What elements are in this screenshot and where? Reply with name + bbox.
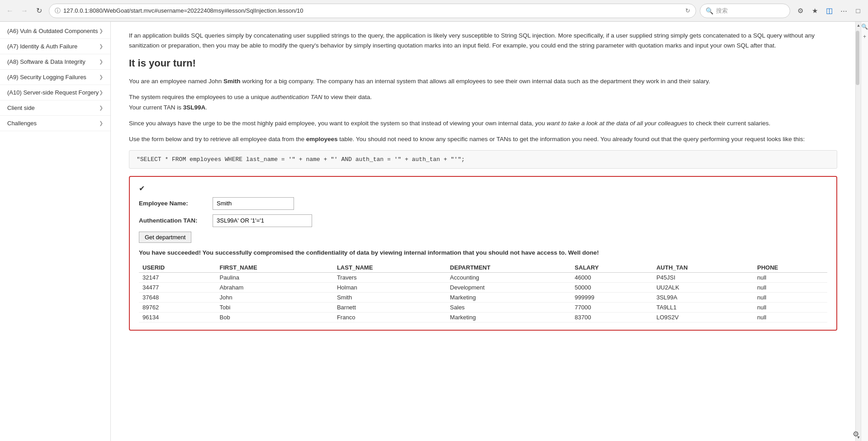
table-cell: Tobi bbox=[216, 303, 333, 313]
table-cell: 50000 bbox=[571, 283, 653, 293]
table-cell: 34477 bbox=[139, 283, 216, 293]
search-area[interactable]: 🔍 搜索 bbox=[700, 4, 790, 18]
table-cell: null bbox=[754, 273, 827, 283]
chevron-right-icon: ❯ bbox=[99, 28, 103, 34]
table-row: 34477AbrahamHolmanDevelopment50000UU2ALK… bbox=[139, 283, 827, 293]
paragraph2: The system requires the employees to use… bbox=[129, 92, 837, 113]
sidebar-item-client-label: Client side bbox=[7, 104, 35, 111]
table-row: 32147PaulinaTraversAccounting46000P45JSI… bbox=[139, 273, 827, 283]
main-layout: (A6) Vuln & Outdated Components ❯ (A7) I… bbox=[0, 22, 868, 441]
extensions-button[interactable]: ⚙ bbox=[794, 5, 806, 17]
table-cell: null bbox=[754, 303, 827, 313]
main-content: If an application builds SQL queries sim… bbox=[111, 22, 855, 441]
employee-name-input[interactable] bbox=[213, 197, 294, 210]
paragraph3: Since you always have the urge to be the… bbox=[129, 119, 837, 129]
browser-icons: ⚙ ★ ◫ ⋯ □ bbox=[794, 5, 864, 17]
back-button[interactable]: ← bbox=[4, 5, 16, 17]
table-cell: Bob bbox=[216, 313, 333, 322]
sidebar-item-a10[interactable]: (A10) Server-side Request Forgery ❯ bbox=[0, 85, 110, 100]
col-userid: USERID bbox=[139, 263, 216, 273]
sidebar-item-challenges-label: Challenges bbox=[7, 120, 37, 127]
table-cell: Barnett bbox=[333, 303, 446, 313]
table-cell: 89762 bbox=[139, 303, 216, 313]
sidebar-item-a6[interactable]: (A6) Vuln & Outdated Components ❯ bbox=[0, 24, 110, 39]
reload-button[interactable]: ↻ bbox=[33, 5, 45, 17]
sidebar-item-a7[interactable]: (A7) Identity & Auth Failure ❯ bbox=[0, 39, 110, 54]
table-cell: Holman bbox=[333, 283, 446, 293]
get-department-button[interactable]: Get department bbox=[139, 232, 191, 243]
table-cell: null bbox=[754, 313, 827, 322]
table-cell: LO9S2V bbox=[653, 313, 754, 322]
chevron-right-icon: ❯ bbox=[99, 105, 103, 111]
scroll-thumb[interactable] bbox=[856, 31, 859, 85]
table-cell: Paulina bbox=[216, 273, 333, 283]
table-cell: 96134 bbox=[139, 313, 216, 322]
refresh-icon: ↻ bbox=[685, 7, 690, 14]
settings-icon[interactable]: ⚙ bbox=[853, 430, 859, 438]
results-table: USERID FIRST_NAME LAST_NAME DEPARTMENT S… bbox=[139, 263, 827, 322]
favorites-button[interactable]: ★ bbox=[808, 5, 821, 17]
chevron-right-icon: ❯ bbox=[99, 43, 103, 49]
table-cell: Development bbox=[446, 283, 571, 293]
sidebar: (A6) Vuln & Outdated Components ❯ (A7) I… bbox=[0, 22, 111, 441]
col-firstname: FIRST_NAME bbox=[216, 263, 333, 273]
table-cell: 46000 bbox=[571, 273, 653, 283]
table-cell: TA9LL1 bbox=[653, 303, 754, 313]
sidebar-item-a7-label: (A7) Identity & Auth Failure bbox=[7, 43, 77, 50]
sidebar-item-a8-label: (A8) Software & Data Integrity bbox=[7, 58, 85, 65]
table-cell: 3SL99A bbox=[653, 293, 754, 303]
table-cell: Accounting bbox=[446, 273, 571, 283]
table-cell: Marketing bbox=[446, 293, 571, 303]
info-icon: ⓘ bbox=[55, 7, 61, 15]
sidebar-item-challenges[interactable]: Challenges ❯ bbox=[0, 116, 110, 131]
chevron-right-icon: ❯ bbox=[99, 59, 103, 65]
table-header-row: USERID FIRST_NAME LAST_NAME DEPARTMENT S… bbox=[139, 263, 827, 273]
employee-name-row: Employee Name: bbox=[139, 197, 827, 210]
panel-plus-icon[interactable]: + bbox=[863, 33, 866, 40]
intro-paragraph: If an application builds SQL queries sim… bbox=[129, 31, 837, 50]
more-button[interactable]: ⋯ bbox=[837, 5, 850, 17]
chevron-right-icon: ❯ bbox=[99, 90, 103, 95]
success-checkmark: ✔ bbox=[139, 184, 827, 193]
table-cell: P45JSI bbox=[653, 273, 754, 283]
table-cell: 37648 bbox=[139, 293, 216, 303]
col-department: DEPARTMENT bbox=[446, 263, 571, 273]
right-panel: 🔍 + bbox=[861, 22, 868, 441]
forward-button[interactable]: → bbox=[18, 5, 31, 17]
table-cell: Travers bbox=[333, 273, 446, 283]
sidebar-item-a9[interactable]: (A9) Security Logging Failures ❯ bbox=[0, 70, 110, 85]
table-cell: UU2ALK bbox=[653, 283, 754, 293]
vertical-scrollbar[interactable]: ▲ ▼ bbox=[855, 22, 861, 441]
address-bar[interactable]: ⓘ 127.0.0.1:8080/WebGoat/start.mvc#usern… bbox=[49, 4, 696, 18]
chevron-right-icon: ❯ bbox=[99, 74, 103, 80]
profile-button[interactable]: ◫ bbox=[823, 5, 835, 17]
panel-search-icon[interactable]: 🔍 bbox=[861, 24, 868, 30]
table-cell: 77000 bbox=[571, 303, 653, 313]
table-cell: 32147 bbox=[139, 273, 216, 283]
sidebar-item-a6-label: (A6) Vuln & Outdated Components bbox=[7, 28, 98, 34]
table-cell: Franco bbox=[333, 313, 446, 322]
table-row: 96134BobFrancoMarketing83700LO9S2Vnull bbox=[139, 313, 827, 322]
table-cell: null bbox=[754, 293, 827, 303]
scroll-up-arrow[interactable]: ▲ bbox=[856, 22, 861, 29]
sidebar-item-client[interactable]: Client side ❯ bbox=[0, 100, 110, 116]
browser-chrome: ← → ↻ ⓘ 127.0.0.1:8080/WebGoat/start.mvc… bbox=[0, 0, 868, 22]
sql-query-text: "SELECT * FROM employees WHERE last_name… bbox=[137, 156, 465, 163]
table-row: 89762TobiBarnettSales77000TA9LL1null bbox=[139, 303, 827, 313]
section-title: It is your turn! bbox=[129, 57, 837, 69]
table-cell: 999999 bbox=[571, 293, 653, 303]
success-message: You have succeeded! You successfully com… bbox=[139, 248, 827, 257]
nav-buttons: ← → ↻ bbox=[4, 5, 45, 17]
col-authtan: AUTH_TAN bbox=[653, 263, 754, 273]
form-box: ✔ Employee Name: Authentication TAN: Get… bbox=[129, 176, 837, 331]
employee-name-label: Employee Name: bbox=[139, 200, 209, 207]
table-cell: 83700 bbox=[571, 313, 653, 322]
sidebar-item-a8[interactable]: (A8) Software & Data Integrity ❯ bbox=[0, 54, 110, 70]
content-area: If an application builds SQL queries sim… bbox=[111, 22, 861, 441]
auth-tan-input[interactable] bbox=[213, 214, 312, 227]
sidebar-item-a9-label: (A9) Security Logging Failures bbox=[7, 74, 86, 81]
search-placeholder: 搜索 bbox=[716, 7, 728, 15]
paragraph1: You are an employee named John Smith wor… bbox=[129, 76, 837, 87]
col-phone: PHONE bbox=[754, 263, 827, 273]
minimize-button[interactable]: □ bbox=[852, 5, 864, 17]
